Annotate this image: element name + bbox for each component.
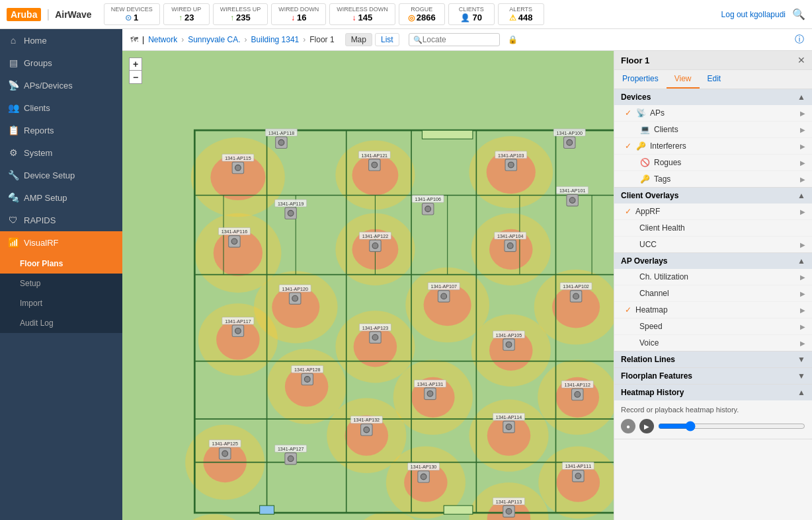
speed-arrow[interactable]: ▶ [800,323,805,330]
devices-section: Devices ▲ ✓ 📡 APs ▶ 💻 Clie [614,89,812,188]
floorplan-features-label: Floorplan Features [621,371,692,381]
sidebar-item-rapids[interactable]: 🛡RAPIDS [0,209,122,231]
svg-point-113 [569,198,575,204]
ch-util-label: Ch. Utilization [639,272,796,281]
rogues-arrow[interactable]: ▶ [800,159,805,167]
tab-view[interactable]: View [667,70,700,89]
floorplan-features-toggle[interactable]: ▼ [797,371,805,381]
svg-text:1341-AP122: 1341-AP122 [362,234,388,239]
stat-icon-rogue: ◎ [408,13,415,22]
stat-rogue[interactable]: ROGUE ◎2866 [399,3,445,25]
sidebar-item-clients[interactable]: 👥Clients [0,96,122,119]
breadcrumb-search[interactable]: 🔍 [409,33,500,46]
sidebar-sub-item-auditlog[interactable]: Audit Log [0,313,122,333]
heatmap-record-button[interactable]: ● [621,419,635,433]
map-area[interactable]: + − [122,51,614,520]
ucc-label: UCC [639,240,796,249]
stat-wireless-down[interactable]: WIRELESS DOWN ↓145 [329,3,395,25]
map-breadcrumb-icon: 🗺 [130,35,138,44]
sidebar-item-groups[interactable]: ▤Groups [0,52,122,74]
stat-new-devices[interactable]: NEW DEVICES ⊙1 [104,3,160,25]
stat-value-alerts: ⚠448 [509,13,533,22]
tab-properties[interactable]: Properties [614,70,667,89]
ch-util-arrow[interactable]: ▶ [800,274,805,281]
sidebar-item-ampsetup[interactable]: 🔩AMP Setup [0,186,122,209]
svg-text:1341-AP113: 1341-AP113 [496,500,522,505]
ap-icon: 📡 [635,108,646,118]
sidebar-item-aps[interactable]: 📡APs/Devices [0,74,122,96]
breadcrumb-network[interactable]: Network [148,35,177,44]
relation-lines-toggle[interactable]: ▼ [797,355,805,364]
svg-point-181 [222,451,228,457]
stat-icon-clients-stat: 👤 [460,13,470,22]
heatmap-history-label: Heatmap History [621,388,684,397]
relation-lines-label: Relation Lines [621,355,675,364]
clients-arrow[interactable]: ▶ [800,126,805,133]
voice-arrow[interactable]: ▶ [800,340,805,347]
interferers-arrow[interactable]: ▶ [800,143,805,150]
svg-text:1341-AP131: 1341-AP131 [417,382,443,387]
sidebar-sub-item-setup[interactable]: Setup [0,274,122,293]
sidebar-item-home[interactable]: ⌂Home [0,29,122,52]
ucc-arrow[interactable]: ▶ [800,241,805,248]
svg-point-173 [364,427,370,433]
panel-title: Floor 1 [621,56,649,65]
zoom-out-button[interactable]: − [129,71,142,84]
tab-list[interactable]: List [375,33,399,46]
locate-input[interactable] [423,35,495,44]
channel-row: Channel ▶ [614,285,812,302]
svg-text:1341-AP120: 1341-AP120 [282,287,307,292]
speed-label: Speed [639,322,796,331]
panel-close-button[interactable]: ✕ [797,55,805,65]
sidebar-item-reports[interactable]: 📋Reports [0,119,122,141]
client-overlays-toggle[interactable]: ▲ [797,191,805,200]
sidebar-sub-item-floorplans[interactable]: Floor Plans [0,254,122,274]
stat-alerts[interactable]: ALERTS ⚠448 [498,3,544,25]
svg-text:1341-AP111: 1341-AP111 [565,464,591,469]
sidebar-icon-home: ⌂ [8,35,19,46]
heatmap-play-button[interactable]: ▶ [639,419,654,433]
svg-text:1341-AP127: 1341-AP127 [278,447,304,452]
voice-label: Voice [639,338,796,348]
heatmap-controls: ● ▶ [621,419,805,433]
svg-text:1341-AP116: 1341-AP116 [222,229,247,235]
stat-wired-down[interactable]: WIRED DOWN ↓16 [271,3,326,25]
sidebar-sub-item-import[interactable]: Import [0,293,122,313]
sidebar-item-visualrf[interactable]: 📶VisualRF [0,231,122,254]
logout-link[interactable]: Log out kgollapudi [721,10,786,19]
stat-value-clients-stat: 👤70 [460,13,481,22]
tags-arrow[interactable]: ▶ [800,176,805,183]
heatmap-arrow[interactable]: ▶ [800,307,805,314]
stat-wireless-up[interactable]: WIRELESS UP ↑235 [213,3,268,25]
ap-arrow[interactable]: ▶ [800,110,805,117]
info-icon[interactable]: ⓘ [795,34,804,46]
heatmap-history-toggle[interactable]: ▲ [797,388,805,397]
interferers-label: Interferers [650,141,796,151]
ap-overlays-section: AP Overlays ▲ Ch. Utilization ▶ Channel … [614,253,812,352]
zoom-in-button[interactable]: + [129,57,142,71]
search-button[interactable]: 🔍 [792,8,805,20]
breadcrumb-building[interactable]: Building 1341 [251,35,300,44]
stat-clients-stat[interactable]: CLIENTS 👤70 [448,3,495,25]
stat-value-wireless-up: ↑235 [230,13,251,22]
svg-point-169 [575,392,581,398]
stat-wired-up[interactable]: WIRED UP ↑23 [163,3,210,25]
tab-map[interactable]: Map [345,33,372,46]
devices-toggle[interactable]: ▲ [797,93,805,102]
svg-point-141 [573,293,579,299]
breadcrumb-sunnyvale[interactable]: Sunnyvale CA. [188,35,240,44]
heatmap-history-section: Heatmap History ▲ Record or playback hea… [614,385,812,439]
sidebar-label-visualrf: VisualRF [24,238,114,248]
channel-arrow[interactable]: ▶ [800,290,805,297]
apprf-check: ✓ [625,207,631,216]
tab-edit[interactable]: Edit [700,70,729,89]
sidebar-item-devicesetup[interactable]: 🔧Device Setup [0,164,122,186]
ap-overlays-toggle[interactable]: ▲ [797,256,805,266]
svg-point-197 [575,473,581,479]
apprf-arrow[interactable]: ▶ [800,208,805,215]
heatmap-slider[interactable] [658,421,805,431]
svg-point-125 [507,243,513,249]
sidebar-icon-groups: ▤ [8,57,19,68]
sidebar-item-system[interactable]: ⚙System [0,141,122,164]
svg-text:1341-AP128: 1341-AP128 [294,367,320,373]
